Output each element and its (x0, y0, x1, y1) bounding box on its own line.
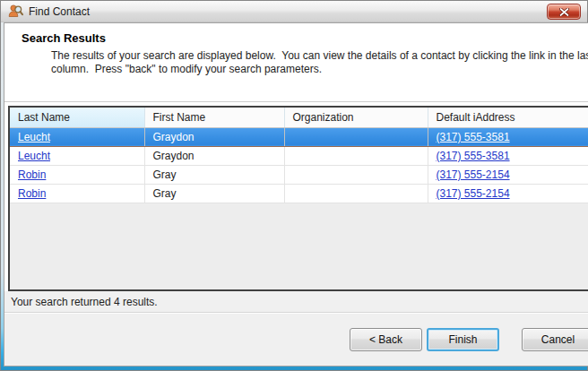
results-area: Last NameFirst NameOrganizationDefault i… (4, 102, 588, 291)
page-title: Search Results (22, 31, 588, 45)
wizard-header: Search Results The results of your searc… (4, 23, 588, 102)
first-name-cell: Graydon (144, 127, 284, 146)
finish-button[interactable]: Finish (427, 328, 499, 351)
iaddress-link[interactable]: (317) 555-2154 (437, 168, 510, 181)
cancel-button[interactable]: Cancel (522, 328, 588, 351)
organization-cell (284, 165, 428, 184)
find-contact-dialog: Find Contact Search Results The results … (0, 0, 588, 371)
first-name-cell: Gray (144, 184, 284, 203)
results-table-body: LeuchtGraydon(317) 555-3581LeuchtGraydon… (10, 127, 588, 203)
table-row[interactable]: LeuchtGraydon(317) 555-3581 (10, 127, 588, 146)
column-header-organization[interactable]: Organization (284, 108, 428, 127)
back-button[interactable]: < Back (350, 328, 422, 351)
status-bar: Your search returned 4 results. (4, 291, 588, 312)
page-description: The results of your search are displayed… (51, 49, 588, 76)
window-title: Find Contact (29, 5, 90, 18)
organization-cell (284, 127, 428, 146)
first-name-cell: Graydon (144, 146, 284, 165)
column-header-default-iaddress[interactable]: Default iAddress (428, 108, 588, 127)
organization-cell (284, 184, 428, 203)
first-name-cell: Gray (144, 165, 284, 184)
iaddress-link[interactable]: (317) 555-3581 (437, 131, 510, 143)
column-header-first-name[interactable]: First Name (144, 108, 284, 127)
find-contact-icon (8, 4, 23, 19)
table-row[interactable]: RobinGray(317) 555-2154 (10, 184, 588, 203)
column-header-last-name[interactable]: Last Name (10, 108, 144, 127)
iaddress-link[interactable]: (317) 555-2154 (437, 187, 510, 200)
last-name-link[interactable]: Robin (18, 187, 46, 200)
description-line: The results of your search are displayed… (51, 49, 588, 63)
close-button[interactable] (547, 4, 581, 20)
status-text: Your search returned 4 results. (11, 296, 158, 308)
results-table-header-row: Last NameFirst NameOrganizationDefault i… (10, 108, 588, 127)
button-bar: < Back Finish Cancel (4, 312, 588, 366)
last-name-link[interactable]: Leucht (18, 131, 50, 143)
organization-cell (284, 146, 428, 165)
close-icon (559, 8, 569, 16)
table-row[interactable]: LeuchtGraydon(317) 555-3581 (10, 146, 588, 165)
window-frame: Search Results The results of your searc… (1, 22, 587, 370)
titlebar[interactable]: Find Contact (1, 1, 587, 22)
iaddress-link[interactable]: (317) 555-3581 (437, 150, 510, 162)
table-row[interactable]: RobinGray(317) 555-2154 (10, 165, 588, 184)
last-name-link[interactable]: Robin (18, 168, 46, 181)
dialog-content: Search Results The results of your searc… (4, 22, 588, 367)
last-name-link[interactable]: Leucht (18, 150, 50, 162)
results-table: Last NameFirst NameOrganizationDefault i… (10, 108, 588, 203)
results-table-frame: Last NameFirst NameOrganizationDefault i… (8, 106, 588, 291)
description-line: column. Press "back" to modify your sear… (51, 63, 588, 76)
